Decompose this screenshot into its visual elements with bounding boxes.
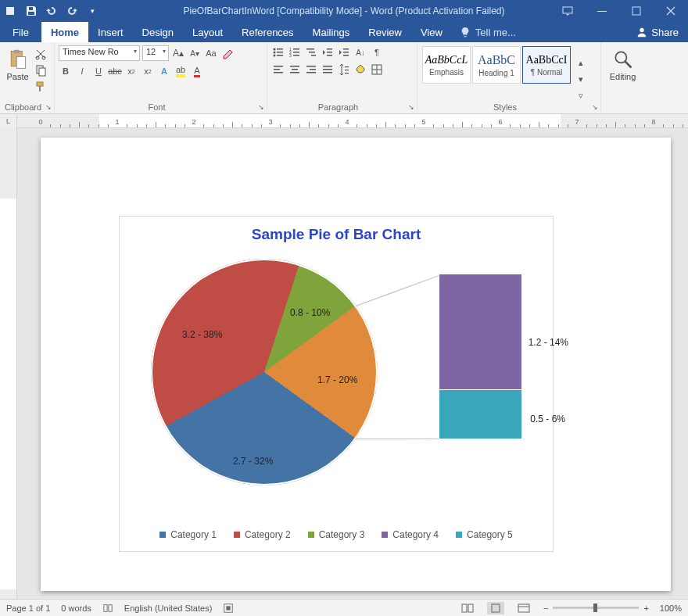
ribbon-display-options-icon[interactable] xyxy=(550,0,585,22)
dialog-launcher-icon[interactable]: ↘ xyxy=(408,103,414,111)
italic-icon[interactable]: I xyxy=(75,64,89,78)
increase-indent-icon[interactable] xyxy=(337,45,351,59)
subscript-icon[interactable]: x2 xyxy=(124,64,138,78)
font-size-combo[interactable]: 12 xyxy=(142,45,169,61)
web-layout-icon[interactable] xyxy=(515,602,532,614)
dialog-launcher-icon[interactable]: ↘ xyxy=(592,103,598,111)
style-normal[interactable]: AaBbCcI ¶ Normal xyxy=(522,46,571,84)
decrease-indent-icon[interactable] xyxy=(321,45,335,59)
save-icon[interactable] xyxy=(25,5,38,17)
zoom-track[interactable] xyxy=(553,607,639,609)
borders-icon[interactable] xyxy=(370,63,384,77)
grow-font-icon[interactable]: A▴ xyxy=(171,46,185,60)
document-area[interactable]: Sample Pie of Bar Chart 3.2 - 38% 2.7 - … xyxy=(17,128,688,602)
svg-rect-20 xyxy=(277,52,283,53)
show-marks-icon[interactable]: ¶ xyxy=(370,45,384,59)
strikethrough-icon[interactable]: abc xyxy=(108,64,122,78)
tab-layout[interactable]: Layout xyxy=(183,22,232,42)
svg-rect-2 xyxy=(29,7,33,10)
tab-view[interactable]: View xyxy=(411,22,452,42)
tab-review[interactable]: Review xyxy=(359,22,411,42)
data-label-cat2: 3.2 - 38% xyxy=(182,329,222,340)
tab-insert[interactable]: Insert xyxy=(88,22,133,42)
underline-icon[interactable]: U xyxy=(91,64,106,78)
read-mode-icon[interactable] xyxy=(459,602,476,614)
svg-rect-60 xyxy=(462,604,467,612)
tell-me-search[interactable]: Tell me... xyxy=(452,22,524,42)
maximize-button[interactable] xyxy=(619,0,654,22)
legend-item: Category 1 xyxy=(159,529,217,540)
group-label: Styles xyxy=(417,102,593,112)
svg-rect-51 xyxy=(345,70,349,70)
shading-icon[interactable] xyxy=(353,63,367,77)
bullets-icon[interactable] xyxy=(271,45,285,59)
styles-expand-icon[interactable]: ▿ xyxy=(574,89,588,103)
chart-title: Sample Pie of Bar Chart xyxy=(120,217,553,243)
status-macro-icon[interactable] xyxy=(223,603,234,614)
sort-icon[interactable]: A↓ xyxy=(353,45,367,59)
numbering-icon[interactable]: 123 xyxy=(288,45,302,59)
change-case-icon[interactable]: Aa xyxy=(204,46,218,60)
bold-icon[interactable]: B xyxy=(59,64,73,78)
shrink-font-icon[interactable]: A▾ xyxy=(188,46,202,60)
horizontal-ruler[interactable]: 012345678 xyxy=(17,114,688,128)
status-words[interactable]: 0 words xyxy=(61,603,91,613)
svg-rect-38 xyxy=(274,66,283,67)
undo-icon[interactable] xyxy=(45,5,58,17)
redo-icon[interactable] xyxy=(66,5,78,17)
line-spacing-icon[interactable] xyxy=(337,63,351,77)
status-book-icon[interactable] xyxy=(102,603,113,614)
cut-icon[interactable] xyxy=(34,47,48,61)
group-label: Paragraph xyxy=(267,102,409,112)
copy-icon[interactable] xyxy=(34,63,48,77)
svg-rect-37 xyxy=(343,55,349,56)
svg-rect-62 xyxy=(492,604,500,612)
zoom-thumb[interactable] xyxy=(593,603,597,612)
text-effects-icon[interactable]: A xyxy=(157,64,171,78)
zoom-slider[interactable]: − + xyxy=(543,603,649,613)
styles-row-down-icon[interactable]: ▾ xyxy=(574,73,588,87)
style-emphasis[interactable]: AaBbCcL Emphasis xyxy=(422,46,471,84)
svg-rect-16 xyxy=(39,86,41,91)
font-name-combo[interactable]: Times New Ro xyxy=(59,45,140,61)
tab-home[interactable]: Home xyxy=(41,22,88,42)
align-left-icon[interactable] xyxy=(271,63,285,77)
zoom-level[interactable]: 100% xyxy=(660,603,682,613)
status-page[interactable]: Page 1 of 1 xyxy=(6,603,50,613)
zoom-in-icon[interactable]: + xyxy=(643,603,648,613)
group-label: Clipboard xyxy=(0,102,46,112)
print-layout-icon[interactable] xyxy=(487,602,504,614)
svg-rect-9 xyxy=(13,50,19,53)
tab-references[interactable]: References xyxy=(232,22,303,42)
style-heading1[interactable]: AaBbC Heading 1 xyxy=(472,46,521,84)
format-painter-icon[interactable] xyxy=(34,80,48,94)
chart-object[interactable]: Sample Pie of Bar Chart 3.2 - 38% 2.7 - … xyxy=(119,216,554,552)
justify-icon[interactable] xyxy=(321,63,335,77)
dialog-launcher-icon[interactable]: ↘ xyxy=(45,103,52,111)
status-language[interactable]: English (United States) xyxy=(124,603,213,613)
window-controls xyxy=(550,0,688,22)
svg-rect-1 xyxy=(6,7,14,15)
highlight-icon[interactable]: ab xyxy=(174,64,188,78)
tab-design[interactable]: Design xyxy=(133,22,183,42)
tab-selector[interactable]: L xyxy=(0,114,17,128)
superscript-icon[interactable]: x2 xyxy=(141,64,155,78)
tab-file[interactable]: File xyxy=(0,22,41,42)
minimize-button[interactable] xyxy=(585,0,619,22)
qat-customize-icon[interactable]: ▾ xyxy=(86,5,99,17)
zoom-out-icon[interactable]: − xyxy=(543,603,548,613)
dialog-launcher-icon[interactable]: ↘ xyxy=(258,103,264,111)
vertical-ruler[interactable] xyxy=(0,128,17,602)
font-color-icon[interactable]: A xyxy=(190,64,204,78)
bar-segment xyxy=(439,390,521,439)
editing-button[interactable]: Editing xyxy=(605,45,640,113)
align-right-icon[interactable] xyxy=(304,63,318,77)
clear-formatting-icon[interactable] xyxy=(220,46,235,60)
close-button[interactable] xyxy=(654,0,688,22)
styles-row-up-icon[interactable]: ▴ xyxy=(574,56,588,70)
align-center-icon[interactable] xyxy=(288,63,302,77)
share-button[interactable]: Share xyxy=(627,22,688,42)
pie xyxy=(151,259,378,485)
multilevel-list-icon[interactable] xyxy=(304,45,318,59)
tab-mailings[interactable]: Mailings xyxy=(303,22,360,42)
